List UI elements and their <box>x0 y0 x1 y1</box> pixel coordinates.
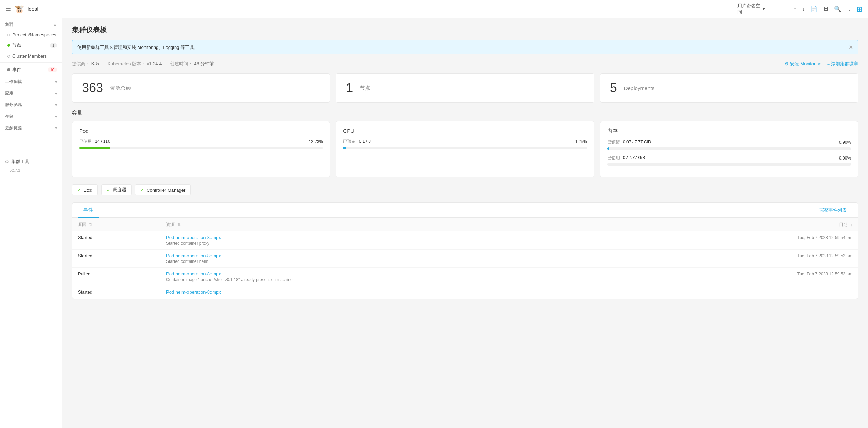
sidebar-section-more-resources[interactable]: 更多资源 ▾ <box>0 121 62 133</box>
sidebar-section-storage[interactable]: 存储 ▾ <box>0 110 62 121</box>
capacity-pod-header: 已使用 14 / 110 12.73% <box>79 139 323 145</box>
table-row: Started Pod helm-operation-8dmpx Started… <box>72 231 858 250</box>
sidebar-item-cluster-members[interactable]: Cluster Members <box>0 51 62 61</box>
capacity-card-pod: Pod 已使用 14 / 110 12.73% <box>72 121 330 177</box>
resource-link-1[interactable]: Pod helm-operation-8dmpx <box>166 253 626 258</box>
date-text-1: Tue, Feb 7 2023 12:59:53 pm <box>797 253 852 258</box>
download-icon[interactable]: ↓ <box>801 5 806 14</box>
resource-link-2[interactable]: Pod helm-operation-8dmpx <box>166 271 626 276</box>
sidebar-item-nodes[interactable]: 节点 1 <box>0 40 62 51</box>
provider-key: 提供商： <box>72 61 90 66</box>
sidebar-item-projects-label: Projects/Namespaces <box>12 32 56 37</box>
banner-close-icon[interactable]: ✕ <box>848 44 853 51</box>
controller-manager-label: Controller Manager <box>147 187 185 193</box>
capacity-memory-used-metric: 已使用 0 / 7.77 GiB 0.00% <box>607 155 851 166</box>
chevron-up-icon: ▲ <box>53 23 57 27</box>
stat-number-deployments: 5 <box>610 81 617 95</box>
full-list-link[interactable]: 完整事件列表 <box>814 203 852 217</box>
apps-chevron-icon: ▾ <box>55 91 57 95</box>
event-resource-0: Pod helm-operation-8dmpx Started contain… <box>161 231 632 250</box>
resource-link-0[interactable]: Pod helm-operation-8dmpx <box>166 235 626 240</box>
sidebar-item-projects[interactable]: Projects/Namespaces <box>0 30 62 40</box>
sidebar-item-events[interactable]: 事件 10 <box>0 64 62 75</box>
created-label: 创建时间： <box>170 61 193 66</box>
event-reason-0: Started <box>72 231 161 250</box>
date-text-2: Tue, Feb 7 2023 12:59:53 pm <box>797 272 852 276</box>
nodes-badge: 1 <box>50 43 57 48</box>
service-chevron-icon: ▾ <box>55 103 57 107</box>
sidebar-section-service-discovery-label: 服务发现 <box>5 102 22 108</box>
event-resource-2: Pod helm-operation-8dmpx Container image… <box>161 268 632 286</box>
stat-number-resources: 363 <box>82 81 103 95</box>
created-value: 48 分钟前 <box>194 61 214 66</box>
apps-grid-icon[interactable]: ⊞ <box>856 5 862 13</box>
controller-manager-check-icon: ✓ <box>140 187 144 193</box>
logo-icon: 🐮 <box>15 5 24 14</box>
sidebar-divider-1 <box>0 62 62 63</box>
event-reason-1: Started <box>72 250 161 268</box>
cluster-tools-label: 集群工具 <box>11 158 29 165</box>
pod-metric-pct: 12.73% <box>309 139 323 144</box>
stat-label-nodes: 节点 <box>360 85 370 91</box>
capacity-cpu-header: 已预留 0.1 / 8 1.25% <box>343 139 587 145</box>
more-icon[interactable]: ⋮ <box>845 4 854 14</box>
namespace-selector[interactable]: 用户命名空间 ▾ <box>734 1 789 17</box>
cluster-name: local <box>28 6 38 12</box>
stat-card-deployments: 5 Deployments <box>600 73 858 103</box>
col-header-resource: 资源 ⇅ <box>161 218 632 231</box>
events-table-body: Started Pod helm-operation-8dmpx Started… <box>72 231 858 299</box>
import-icon[interactable]: 🖥 <box>822 5 830 14</box>
status-etcd: ✓ Etcd <box>72 184 98 195</box>
event-date-3 <box>632 286 858 299</box>
search-icon[interactable]: 🔍 <box>833 4 843 14</box>
stat-label-resources: 资源总额 <box>110 85 131 91</box>
memory-used-progress-bg <box>607 163 851 166</box>
hamburger-icon[interactable]: ☰ <box>6 5 11 13</box>
resource-desc-0: Started container proxy <box>166 241 626 246</box>
events-table-head: 原因 ⇅ 资源 ⇅ 日期 <box>72 218 858 231</box>
event-resource-3: Pod helm-operation-8dmpx <box>161 286 632 299</box>
resource-link-3[interactable]: Pod helm-operation-8dmpx <box>166 289 626 295</box>
col-sort-reason[interactable]: 原因 ⇅ <box>78 222 155 228</box>
sidebar-section-workloads[interactable]: 工作负载 ▾ <box>0 75 62 87</box>
add-cluster-link[interactable]: ≡ 添加集群徽章 <box>827 61 858 67</box>
col-sort-date[interactable]: 日期 ↓ <box>637 222 852 228</box>
sidebar-section-service-discovery[interactable]: 服务发现 ▾ <box>0 98 62 110</box>
sidebar-section-cluster[interactable]: 集群 ▲ <box>0 18 62 30</box>
sidebar-section-workloads-label: 工作负载 <box>5 79 22 85</box>
events-section: 事件 完整事件列表 原因 ⇅ <box>72 202 858 299</box>
memory-used-label: 已使用 <box>607 155 620 160</box>
upload-icon[interactable]: ↑ <box>792 5 798 14</box>
file-icon[interactable]: 📄 <box>809 4 819 14</box>
add-cluster-icon: ≡ <box>827 61 830 66</box>
capacity-pod-title: Pod <box>79 128 323 134</box>
chevron-down-icon: ▾ <box>763 6 786 12</box>
capacity-cpu-metric: 已预留 0.1 / 8 1.25% <box>343 139 587 149</box>
cluster-members-dot <box>7 55 10 58</box>
sidebar-section-apps[interactable]: 应用 ▾ <box>0 87 62 98</box>
col-sort-resource[interactable]: 资源 ⇅ <box>166 222 626 228</box>
capacity-memory-reserved-header: 已预留 0.07 / 7.77 GiB 0.90% <box>607 139 851 145</box>
events-tab[interactable]: 事件 <box>78 203 99 218</box>
main-layout: 集群 ▲ Projects/Namespaces 节点 1 Cluster Me… <box>0 18 868 428</box>
topnav-left: ☰ 🐮 local <box>6 5 729 14</box>
capacity-title: 容量 <box>72 110 858 116</box>
sidebar-item-cluster-members-label: Cluster Members <box>12 53 47 59</box>
capacity-pod-metric: 已使用 14 / 110 12.73% <box>79 139 323 149</box>
event-date-1: Tue, Feb 7 2023 12:59:53 pm <box>632 250 858 268</box>
capacity-cpu-title: CPU <box>343 128 587 134</box>
cluster-tools-button[interactable]: ⚙ 集群工具 <box>5 156 57 167</box>
sort-reason-icon: ⇅ <box>89 222 92 227</box>
event-resource-1: Pod helm-operation-8dmpx Started contain… <box>161 250 632 268</box>
sidebar-section-storage-label: 存储 <box>5 113 13 119</box>
install-monitoring-link[interactable]: ⚙ 安装 Monitoring <box>785 61 822 67</box>
resource-desc-1: Started container helm <box>166 259 626 264</box>
capacity-memory-reserved-metric: 已预留 0.07 / 7.77 GiB 0.90% <box>607 139 851 150</box>
events-table: 原因 ⇅ 资源 ⇅ 日期 <box>72 218 858 299</box>
cpu-metric-detail: 0.1 / 8 <box>359 139 371 144</box>
provider-label: 提供商： K3s <box>72 61 99 67</box>
main-content: 集群仪表板 使用新集群工具来管理和安装 Monitoring、Logging 等… <box>62 18 868 428</box>
more-chevron-icon: ▾ <box>55 126 57 130</box>
memory-used-pct: 0.00% <box>839 156 851 161</box>
k8s-info: Kubernetes 版本： v1.24.4 <box>107 61 162 67</box>
